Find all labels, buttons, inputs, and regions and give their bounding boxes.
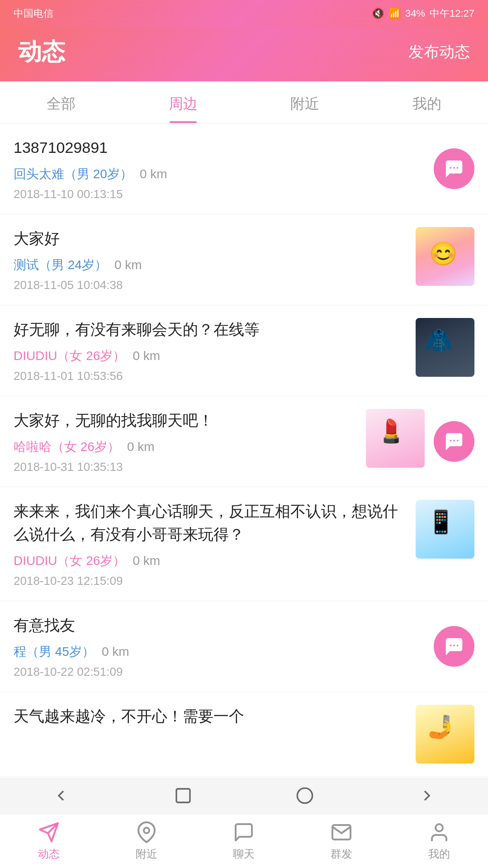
svg-point-13 — [144, 828, 149, 833]
feed-username[interactable]: 回头太难（男 20岁） — [14, 166, 133, 183]
svg-point-5 — [457, 440, 459, 441]
svg-point-6 — [450, 645, 451, 646]
feed-text: 来来来，我们来个真心话聊天，反正互相不认识，想说什么说什么，有没有小哥哥来玩得？ — [14, 500, 407, 546]
svg-point-2 — [457, 167, 459, 169]
publish-button[interactable]: 发布动态 — [408, 42, 470, 62]
feed-item: 好无聊，有没有来聊会天的？在线等 DIUDIU（女 26岁） 0 km 2018… — [0, 305, 488, 396]
feed-user-info: DIUDIU（女 26岁） 0 km — [14, 552, 407, 569]
feed-distance: 0 km — [102, 645, 129, 659]
svg-point-0 — [450, 167, 451, 169]
forward-button[interactable] — [413, 782, 441, 809]
nav-label-feed: 动态 — [38, 847, 60, 861]
svg-point-1 — [453, 167, 455, 169]
feed-text: 大家好，无聊的找我聊天吧！ — [14, 409, 357, 432]
feed-text: 天气越来越冷，不开心！需要一个 — [14, 705, 407, 728]
feed-distance: 0 km — [133, 349, 160, 363]
tab-all[interactable]: 全部 — [0, 81, 122, 123]
feed-thumbnail[interactable] — [366, 409, 425, 468]
feed-text: 大家好 — [14, 227, 407, 250]
feed-username[interactable]: 程（男 45岁） — [14, 643, 95, 660]
feed-list: 13871029891 回头太难（男 20岁） 0 km 2018-11-10 … — [0, 123, 488, 867]
feed-time: 2018-11-05 10:04:38 — [14, 278, 407, 292]
nav-label-chat: 聊天 — [233, 847, 255, 861]
mute-icon: 🔇 — [372, 8, 384, 19]
chat-icon — [444, 158, 464, 179]
feed-item: 天气越来越冷，不开心！需要一个 — [0, 692, 488, 777]
chat-icon — [444, 431, 464, 452]
chat-icon — [444, 636, 464, 657]
nav-label-broadcast: 群发 — [331, 847, 352, 861]
svg-point-10 — [298, 788, 313, 803]
feed-user-info: 测试（男 24岁） 0 km — [14, 256, 407, 274]
feed-user-info: DIUDIU（女 26岁） 0 km — [14, 347, 407, 365]
feed-time: 2018-10-31 10:35:13 — [14, 460, 357, 474]
feed-time: 2018-11-01 10:53:56 — [14, 369, 407, 383]
feed-username[interactable]: 测试（男 24岁） — [14, 256, 107, 274]
feed-thumbnail[interactable] — [416, 705, 474, 764]
nav-label-nearby: 附近 — [136, 847, 157, 861]
recents-button[interactable] — [291, 782, 318, 809]
nav-item-mine[interactable]: 我的 — [390, 817, 488, 866]
feed-username[interactable]: 哈啦哈（女 26岁） — [14, 438, 120, 455]
mail-icon — [331, 821, 352, 843]
nav-item-broadcast[interactable]: 群发 — [293, 817, 390, 866]
tab-mine[interactable]: 我的 — [366, 81, 488, 123]
battery-text: 34% — [405, 8, 425, 19]
status-bar: 中国电信 🔇 📶 34% 中午12:27 — [0, 0, 488, 27]
back-button[interactable] — [47, 782, 75, 809]
feed-username[interactable]: DIUDIU（女 26岁） — [14, 347, 125, 365]
svg-point-8 — [457, 645, 459, 646]
feed-text: 有意找友 — [14, 614, 425, 637]
feed-item: 有意找友 程（男 45岁） 0 km 2018-10-22 02:51:09 — [0, 601, 488, 692]
nav-item-nearby[interactable]: 附近 — [98, 817, 195, 866]
feed-distance: 0 km — [133, 554, 160, 568]
send-icon — [38, 821, 60, 843]
wifi-icon: 📶 — [389, 8, 401, 19]
page-title: 动态 — [18, 36, 65, 68]
nav-label-mine: 我的 — [428, 847, 450, 861]
feed-thumbnail[interactable] — [416, 500, 474, 559]
feed-text: 13871029891 — [14, 136, 425, 159]
feed-content: 来来来，我们来个真心话聊天，反正互相不认识，想说什么说什么，有没有小哥哥来玩得？… — [14, 500, 407, 588]
home-button[interactable] — [170, 782, 197, 809]
feed-distance: 0 km — [140, 167, 167, 181]
feed-item: 来来来，我们来个真心话聊天，反正互相不认识，想说什么说什么，有没有小哥哥来玩得？… — [0, 487, 488, 601]
chat-button[interactable] — [434, 148, 474, 189]
carrier: 中国电信 — [14, 7, 53, 20]
nav-item-feed[interactable]: 动态 — [0, 817, 98, 866]
feed-distance: 0 km — [127, 440, 155, 454]
tab-close[interactable]: 附近 — [244, 81, 366, 123]
feed-user-info: 哈啦哈（女 26岁） 0 km — [14, 438, 357, 455]
feed-distance: 0 km — [114, 258, 142, 272]
svg-rect-9 — [176, 789, 190, 802]
chat-button[interactable] — [434, 626, 474, 667]
svg-point-3 — [450, 440, 451, 441]
feed-content: 大家好 测试（男 24岁） 0 km 2018-11-05 10:04:38 — [14, 227, 407, 292]
nav-item-chat[interactable]: 聊天 — [195, 817, 293, 866]
feed-thumbnail[interactable] — [416, 318, 474, 377]
bottom-nav: 动态 附近 聊天 群发 我的 — [0, 814, 488, 868]
feed-item: 大家好 测试（男 24岁） 0 km 2018-11-05 10:04:38 — [0, 214, 488, 305]
feed-thumbnail[interactable] — [416, 227, 474, 286]
svg-point-14 — [436, 824, 443, 831]
feed-content: 13871029891 回头太难（男 20岁） 0 km 2018-11-10 … — [14, 136, 425, 201]
svg-point-7 — [453, 645, 455, 646]
status-icons: 🔇 📶 34% 中午12:27 — [372, 7, 474, 20]
feed-content: 有意找友 程（男 45岁） 0 km 2018-10-22 02:51:09 — [14, 614, 425, 679]
chat-button[interactable] — [434, 421, 474, 462]
feed-content: 天气越来越冷，不开心！需要一个 — [14, 705, 407, 734]
feed-username[interactable]: DIUDIU（女 26岁） — [14, 552, 125, 569]
feed-user-info: 程（男 45岁） 0 km — [14, 643, 425, 660]
system-nav-bar — [0, 778, 488, 814]
feed-content: 大家好，无聊的找我聊天吧！ 哈啦哈（女 26岁） 0 km 2018-10-31… — [14, 409, 357, 474]
location-icon — [136, 821, 157, 843]
chat-bubble-icon — [233, 821, 255, 843]
feed-item: 13871029891 回头太难（男 20岁） 0 km 2018-11-10 … — [0, 123, 488, 214]
feed-time: 2018-10-22 02:51:09 — [14, 665, 425, 679]
tab-bar: 全部 周边 附近 我的 — [0, 81, 488, 123]
tab-nearby[interactable]: 周边 — [122, 81, 244, 123]
feed-time: 2018-11-10 00:13:15 — [14, 187, 425, 201]
user-icon — [428, 821, 450, 843]
feed-text: 好无聊，有没有来聊会天的？在线等 — [14, 318, 407, 341]
feed-content: 好无聊，有没有来聊会天的？在线等 DIUDIU（女 26岁） 0 km 2018… — [14, 318, 407, 383]
